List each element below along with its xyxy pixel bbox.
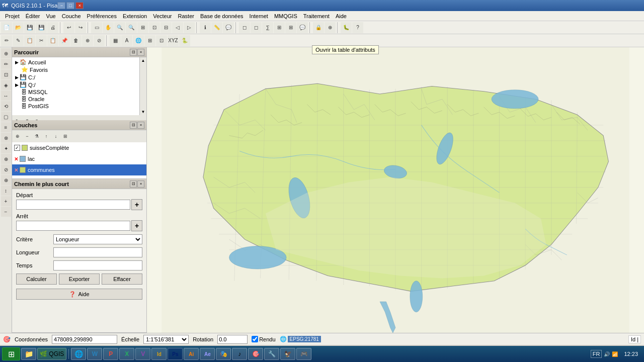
maximize-button[interactable]: □ bbox=[66, 2, 74, 9]
taskbar-explorer[interactable]: 📁 bbox=[21, 348, 36, 360]
layer-item-suisse[interactable]: ✓ suisseComplète bbox=[12, 142, 146, 153]
taskbar-il[interactable]: 🎭 bbox=[216, 348, 231, 360]
tb-lock[interactable]: 🔒 bbox=[313, 22, 324, 33]
parcourir-close-btn[interactable]: × bbox=[137, 49, 144, 56]
tb2-digitize[interactable]: ✏ bbox=[1, 35, 12, 46]
tb-undo[interactable]: ↩ bbox=[63, 22, 74, 33]
tb2-wms[interactable]: 🌐 bbox=[133, 35, 144, 46]
tb-layer-filter[interactable]: ⚗ bbox=[32, 132, 41, 141]
taskbar-misc3[interactable]: 🦅 bbox=[280, 348, 295, 360]
tree-item-postgis[interactable]: 🗄 PostGIS bbox=[13, 103, 138, 110]
tb-pan[interactable]: ✋ bbox=[103, 22, 114, 33]
tb-layer-expand[interactable]: ⊞ bbox=[61, 132, 70, 141]
depart-plus-btn[interactable]: + bbox=[131, 199, 142, 210]
chemin-float-btn[interactable]: ⊡ bbox=[130, 180, 137, 188]
taskbar-misc2[interactable]: 🔧 bbox=[264, 348, 279, 360]
arret-input[interactable] bbox=[16, 221, 130, 231]
tb-identify[interactable]: ℹ bbox=[200, 22, 211, 33]
menu-editer[interactable]: Éditer bbox=[23, 13, 43, 20]
tb2-python[interactable]: 🐍 bbox=[179, 35, 190, 46]
vtool-14[interactable]: ↕ bbox=[1, 186, 11, 196]
tb-zoom-layer[interactable]: ⊡ bbox=[149, 22, 160, 33]
arret-plus-btn[interactable]: + bbox=[131, 220, 142, 231]
menu-internet[interactable]: Internet bbox=[247, 13, 271, 20]
vtool-2[interactable]: ✏ bbox=[1, 59, 11, 69]
vtool-10[interactable]: ✦ bbox=[1, 143, 11, 153]
vtool-1[interactable]: ⊕ bbox=[1, 48, 11, 58]
menu-projet[interactable]: Projet bbox=[2, 13, 23, 20]
echelle-select[interactable]: 1:1'516'381 bbox=[143, 335, 189, 344]
menu-traitement[interactable]: Traitement bbox=[300, 13, 333, 20]
couches-close-btn[interactable]: × bbox=[137, 122, 144, 129]
tb-zoom-full[interactable]: ⊞ bbox=[137, 22, 148, 33]
tb-debug[interactable]: 🐛 bbox=[341, 22, 352, 33]
tb-new[interactable]: 📄 bbox=[1, 22, 12, 33]
tb2-xyz[interactable]: XYZ bbox=[168, 35, 179, 46]
tree-item-c[interactable]: ▶ 💾 C:/ bbox=[13, 73, 138, 81]
parcourir-float-btn[interactable]: ⊡ bbox=[130, 49, 137, 56]
layer-item-communes[interactable]: ✕ communes bbox=[12, 164, 146, 175]
tb-select-rect[interactable]: ▭ bbox=[91, 22, 102, 33]
start-button[interactable]: ⊞ bbox=[2, 347, 20, 360]
tb-redo[interactable]: ↪ bbox=[75, 22, 86, 33]
menu-raster[interactable]: Raster bbox=[175, 13, 197, 20]
tree-item-oracle[interactable]: 🗄 Oracle bbox=[13, 96, 138, 103]
rotation-input[interactable] bbox=[217, 335, 248, 344]
exporter-button[interactable]: Exporter bbox=[59, 274, 100, 285]
taskbar-misc4[interactable]: 🎮 bbox=[296, 348, 311, 360]
epsg-badge[interactable]: EPSG:21781 bbox=[288, 336, 321, 342]
tb-zoom-back[interactable]: ◁ bbox=[172, 22, 183, 33]
tb-save[interactable]: 💾 bbox=[24, 22, 35, 33]
rendu-checkbox[interactable] bbox=[252, 336, 258, 342]
tb-deselect[interactable]: ◻ bbox=[251, 22, 262, 33]
tree-item-mssql[interactable]: 🗄 MSSQL bbox=[13, 88, 138, 96]
tb2-wfs[interactable]: ⊞ bbox=[144, 35, 155, 46]
temps-input[interactable] bbox=[53, 260, 142, 270]
tree-item-q[interactable]: ▶ 💾 Q:/ bbox=[13, 81, 138, 88]
menu-aide[interactable]: Aide bbox=[333, 13, 350, 20]
tb2-copy[interactable]: 📋 bbox=[47, 35, 58, 46]
layer-item-lac[interactable]: ✕ lac bbox=[12, 153, 146, 164]
tb2-paste[interactable]: 📌 bbox=[59, 35, 70, 46]
minimize-button[interactable]: − bbox=[57, 2, 65, 9]
tb-select[interactable]: ◻ bbox=[239, 22, 250, 33]
vtool-3[interactable]: ⊡ bbox=[1, 69, 11, 79]
vtool-12[interactable]: ⊘ bbox=[1, 164, 11, 174]
tb2-merge[interactable]: ⊕ bbox=[82, 35, 93, 46]
taskbar-ps[interactable]: Ps bbox=[168, 348, 183, 360]
menu-vue[interactable]: Vue bbox=[43, 13, 59, 20]
tb2-cut[interactable]: ✂ bbox=[36, 35, 47, 46]
taskbar-ppt[interactable]: P bbox=[103, 348, 118, 360]
depart-input[interactable] bbox=[16, 200, 130, 210]
menu-preferences[interactable]: Préférences bbox=[84, 13, 120, 20]
vtool-7[interactable]: ▢ bbox=[1, 112, 11, 122]
chemin-close-btn[interactable]: × bbox=[137, 180, 144, 188]
tb2-snap[interactable]: ✎ bbox=[13, 35, 24, 46]
critere-select[interactable]: Longueur bbox=[53, 234, 142, 244]
tb-layer-down[interactable]: ↓ bbox=[51, 132, 60, 141]
vtool-4[interactable]: ◈ bbox=[1, 80, 11, 90]
tb2-grid[interactable]: ▦ bbox=[110, 35, 121, 46]
menu-base-de-donnees[interactable]: Base de données bbox=[197, 13, 247, 20]
taskbar-visio[interactable]: V bbox=[135, 348, 150, 360]
menu-couche[interactable]: Couche bbox=[59, 13, 84, 20]
tb2-edit[interactable]: 📋 bbox=[24, 35, 35, 46]
taskbar-word[interactable]: W bbox=[87, 348, 102, 360]
taskbar-ai[interactable]: Ai bbox=[184, 348, 199, 360]
map-area[interactable] bbox=[147, 47, 644, 333]
tb-zoom-in[interactable]: 🔍 bbox=[114, 22, 125, 33]
taskbar-chrome[interactable]: 🌐 bbox=[71, 348, 86, 360]
tb-saveas[interactable]: 💾 bbox=[36, 22, 47, 33]
aide-button[interactable]: ❓ Aide bbox=[16, 289, 142, 300]
couches-float-btn[interactable]: ⊡ bbox=[130, 122, 137, 129]
close-button[interactable]: × bbox=[75, 2, 84, 9]
vtool-8[interactable]: ≡ bbox=[1, 122, 11, 132]
tb2-wcs[interactable]: ⊡ bbox=[156, 35, 167, 46]
tb-help[interactable]: ? bbox=[352, 22, 363, 33]
taskbar-misc1[interactable]: 🎯 bbox=[248, 348, 263, 360]
tb2-label[interactable]: A bbox=[121, 35, 132, 46]
tb-tips[interactable]: 💬 bbox=[297, 22, 308, 33]
tb-layer-remove[interactable]: − bbox=[23, 132, 32, 141]
tb-layer-add[interactable]: ⊕ bbox=[13, 132, 22, 141]
tb-calc[interactable]: ⊞ bbox=[285, 22, 296, 33]
